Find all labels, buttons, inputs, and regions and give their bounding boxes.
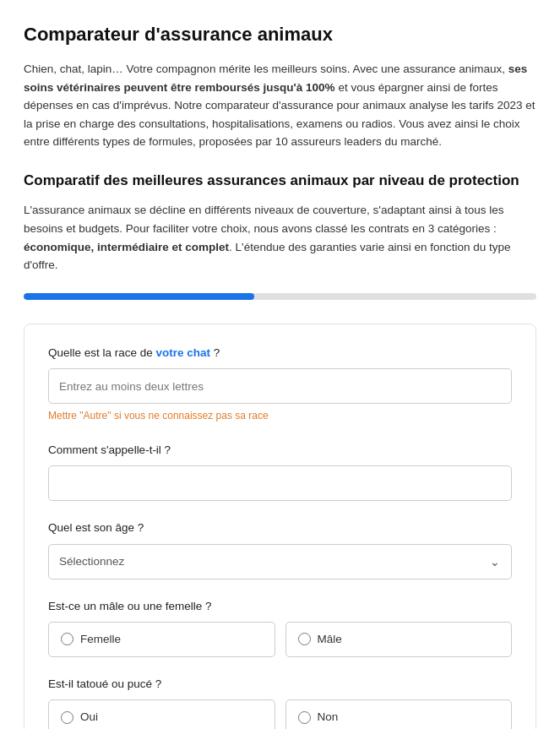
id-oui-label: Oui: [80, 709, 98, 726]
intro-part1: Chien, chat, lapin… Votre compagnon méri…: [24, 63, 508, 75]
intro-text: Chien, chat, lapin… Votre compagnon méri…: [24, 60, 536, 151]
id-non-label: Non: [318, 709, 339, 726]
id-oui-option[interactable]: Oui: [48, 699, 275, 729]
name-input[interactable]: [48, 465, 512, 501]
progress-bar: [24, 293, 536, 300]
age-select[interactable]: Sélectionnez: [48, 544, 512, 579]
id-oui-radio[interactable]: [61, 711, 73, 724]
section-title: Comparatif des meilleures assurances ani…: [24, 170, 536, 192]
progress-bar-fill: [24, 293, 254, 300]
gender-femelle-radio[interactable]: [61, 633, 73, 645]
gender-label: Est-ce un mâle ou une femelle ?: [48, 598, 512, 615]
gender-male-label: Mâle: [318, 631, 342, 648]
gender-femelle-label: Femelle: [80, 631, 121, 648]
gender-male-option[interactable]: Mâle: [285, 622, 513, 657]
gender-femelle-option[interactable]: Femelle: [48, 622, 275, 657]
race-label: Quelle est la race de votre chat ?: [48, 345, 512, 362]
race-input[interactable]: [48, 368, 512, 404]
name-label: Comment s'appelle-t-il ?: [48, 442, 512, 459]
id-radio-group: Oui Non: [48, 699, 512, 729]
id-non-option[interactable]: Non: [285, 699, 513, 729]
id-non-radio[interactable]: [298, 711, 311, 724]
gender-male-radio[interactable]: [298, 633, 311, 645]
age-select-wrapper: Sélectionnez ⌄: [48, 544, 512, 579]
section-intro-part1: L'assurance animaux se décline en différ…: [24, 204, 504, 235]
id-label: Est-il tatoué ou pucé ?: [48, 676, 512, 693]
gender-radio-group: Femelle Mâle: [48, 622, 512, 657]
age-group: Quel est son âge ? Sélectionnez ⌄: [48, 520, 512, 579]
section-intro-bold: économique, intermédiaire et complet: [24, 241, 229, 253]
gender-group: Est-ce un mâle ou une femelle ? Femelle …: [48, 598, 512, 657]
form-card: Quelle est la race de votre chat ? Mettr…: [24, 324, 536, 729]
age-label: Quel est son âge ?: [48, 520, 512, 536]
section-intro: L'assurance animaux se décline en différ…: [24, 201, 536, 274]
id-group: Est-il tatoué ou pucé ? Oui Non: [48, 676, 512, 729]
race-group: Quelle est la race de votre chat ? Mettr…: [48, 345, 512, 423]
name-group: Comment s'appelle-t-il ?: [48, 442, 512, 501]
race-hint: Mettre "Autre" si vous ne connaissez pas…: [48, 408, 512, 423]
page-title: Comparateur d'assurance animaux: [24, 20, 536, 48]
